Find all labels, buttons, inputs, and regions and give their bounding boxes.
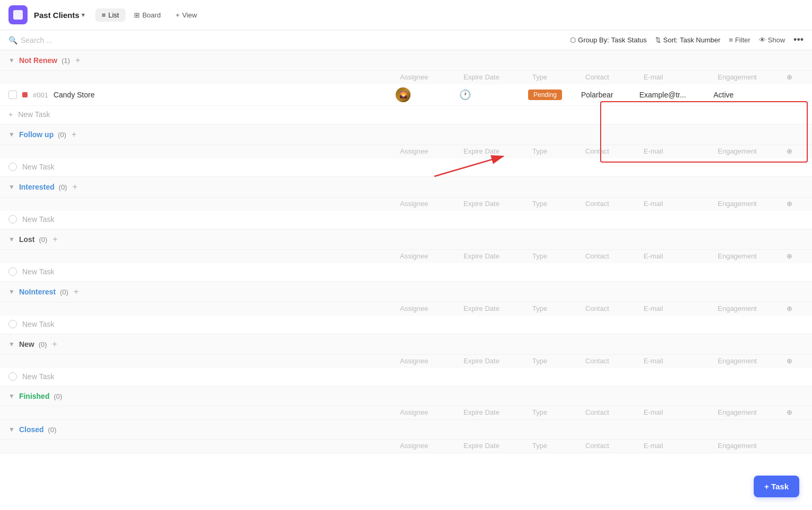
- section-toggle-finished[interactable]: ▼: [8, 392, 15, 400]
- task-id: #001: [33, 91, 48, 99]
- section-header-finished: ▼ Finished (0): [0, 387, 812, 406]
- section-add-lost[interactable]: +: [52, 235, 57, 244]
- search-icon: 🔍: [8, 36, 17, 44]
- section-toggle-lost[interactable]: ▼: [8, 236, 15, 243]
- section-toggle-closed[interactable]: ▼: [8, 426, 15, 433]
- new-task-row-nointerest[interactable]: New Task: [0, 316, 812, 334]
- task-dot: [22, 92, 28, 97]
- section-toggle-interested[interactable]: ▼: [8, 183, 15, 191]
- view-tabs: ≡ List ⊞ Board + View: [95, 8, 203, 22]
- section-finished: ▼ Finished (0) Assignee Expire Date Type…: [0, 387, 812, 420]
- col-headers-not-renew: Assignee Expire Date Type Contact E-mail…: [0, 71, 812, 84]
- section-toggle-new[interactable]: ▼: [8, 341, 15, 348]
- section-count-not-renew: (1): [61, 57, 70, 65]
- chevron-down-icon[interactable]: ▾: [82, 12, 85, 19]
- filter-action[interactable]: ≡ Filter: [729, 36, 750, 44]
- task-expire: 🕐: [459, 89, 528, 101]
- list-icon: ≡: [102, 11, 106, 19]
- col-email: E-mail: [639, 73, 713, 81]
- col-headers-finished: Assignee Expire Date Type Contact E-mail…: [0, 406, 812, 419]
- main-content: ▼ Not Renew (1) + Assignee Expire Date T…: [0, 50, 812, 507]
- section-add-follow-up[interactable]: +: [72, 130, 76, 139]
- more-menu[interactable]: •••: [793, 34, 804, 46]
- task-contact: Polarbear: [581, 91, 639, 99]
- section-interested: ▼ Interested (0) + Assignee Expire Date …: [0, 177, 812, 229]
- tab-board[interactable]: ⊞ Board: [128, 8, 167, 22]
- section-header-nointerest: ▼ NoInterest (0) +: [0, 282, 812, 302]
- project-name: Past Clients ▾: [34, 11, 85, 20]
- section-add-nointerest[interactable]: +: [74, 287, 78, 297]
- task-row: #001 Candy Store 🌄 🕐 Pending Polarbear E…: [0, 84, 812, 106]
- tab-view[interactable]: + View: [169, 8, 203, 22]
- section-count-lost: (0): [39, 236, 47, 244]
- new-task-row-follow-up[interactable]: New Task: [0, 158, 812, 176]
- section-lost: ▼ Lost (0) + Assignee Expire Date Type C…: [0, 229, 812, 282]
- task-circle-icon: [8, 372, 17, 381]
- col-contact: Contact: [581, 73, 639, 81]
- task-checkbox[interactable]: [8, 91, 17, 99]
- toolbar: Past Clients ▾ ≡ List ⊞ Board + View: [0, 0, 812, 30]
- task-circle-icon: [8, 163, 17, 171]
- col-headers-closed: Assignee Expire Date Type Contact E-mail…: [0, 440, 812, 453]
- new-task-row-not-renew[interactable]: + New Task: [0, 106, 812, 124]
- toolbar-actions: ⬡ Group By: Task Status ⇅ Sort: Task Num…: [570, 34, 804, 46]
- task-circle-icon: [8, 267, 17, 276]
- section-title-new: New: [19, 340, 34, 348]
- filter-icon: ≡: [729, 36, 733, 44]
- section-header-new: ▼ New (0) +: [0, 334, 812, 355]
- task-assignee: 🌄: [396, 87, 459, 102]
- section-header-closed: ▼ Closed (0): [0, 420, 812, 440]
- section-closed: ▼ Closed (0) Assignee Expire Date Type C…: [0, 420, 812, 453]
- section-toggle-nointerest[interactable]: ▼: [8, 288, 15, 296]
- sort-icon: ⇅: [655, 36, 661, 44]
- task-engagement: Active: [713, 91, 782, 99]
- app-icon: [8, 5, 28, 24]
- col-headers-interested: Assignee Expire Date Type Contact E-mail…: [0, 198, 812, 211]
- section-title-interested: Interested: [19, 183, 55, 191]
- section-add-interested[interactable]: +: [73, 182, 77, 192]
- section-new: ▼ New (0) + Assignee Expire Date Type Co…: [0, 334, 812, 387]
- col-expire-date: Expire Date: [459, 73, 528, 81]
- section-add-not-renew[interactable]: +: [75, 56, 80, 65]
- section-title-closed: Closed: [19, 425, 44, 434]
- show-action[interactable]: 👁 Show: [759, 36, 786, 44]
- task-type: Pending: [528, 90, 581, 100]
- col-add[interactable]: ⊕: [782, 73, 804, 81]
- col-assignee: Assignee: [396, 73, 459, 81]
- section-title-nointerest: NoInterest: [19, 288, 56, 296]
- tab-list[interactable]: ≡ List: [95, 8, 126, 22]
- col-headers-new: Assignee Expire Date Type Contact E-mail…: [0, 355, 812, 368]
- section-count-closed: (0): [48, 426, 57, 434]
- section-toggle-not-renew[interactable]: ▼: [8, 57, 15, 64]
- col-type: Type: [528, 73, 581, 81]
- show-icon: 👁: [759, 36, 766, 44]
- new-task-row-lost[interactable]: New Task: [0, 263, 812, 281]
- section-not-renew: ▼ Not Renew (1) + Assignee Expire Date T…: [0, 50, 812, 124]
- board-icon: ⊞: [134, 11, 140, 19]
- plus-icon-new-task: +: [8, 110, 13, 119]
- sort-action[interactable]: ⇅ Sort: Task Number: [655, 36, 720, 44]
- col-headers-lost: Assignee Expire Date Type Contact E-mail…: [0, 250, 812, 263]
- section-title-lost: Lost: [19, 235, 35, 244]
- section-count-new: (0): [39, 341, 47, 348]
- new-task-row-interested[interactable]: New Task: [0, 211, 812, 229]
- task-name-cell: #001 Candy Store: [8, 91, 396, 99]
- task-title[interactable]: Candy Store: [53, 91, 95, 99]
- section-header-interested: ▼ Interested (0) +: [0, 177, 812, 198]
- plus-icon: +: [175, 11, 180, 19]
- col-headers-follow-up: Assignee Expire Date Type Contact E-mail…: [0, 145, 812, 158]
- section-title-finished: Finished: [19, 392, 50, 400]
- section-toggle-follow-up[interactable]: ▼: [8, 131, 15, 138]
- section-count-finished: (0): [53, 392, 62, 400]
- searchbar: 🔍 Search ... ⬡ Group By: Task Status ⇅ S…: [0, 30, 812, 50]
- add-task-button[interactable]: + Task: [754, 476, 799, 497]
- col-engagement: Engagement: [713, 73, 782, 81]
- col-headers-nointerest: Assignee Expire Date Type Contact E-mail…: [0, 302, 812, 316]
- new-task-row-new[interactable]: New Task: [0, 368, 812, 386]
- section-add-new[interactable]: +: [52, 339, 57, 349]
- section-header-not-renew: ▼ Not Renew (1) +: [0, 50, 812, 71]
- group-by-action[interactable]: ⬡ Group By: Task Status: [570, 36, 647, 44]
- group-by-icon: ⬡: [570, 36, 576, 44]
- avatar: 🌄: [396, 87, 411, 102]
- search-input[interactable]: Search ...: [21, 36, 52, 44]
